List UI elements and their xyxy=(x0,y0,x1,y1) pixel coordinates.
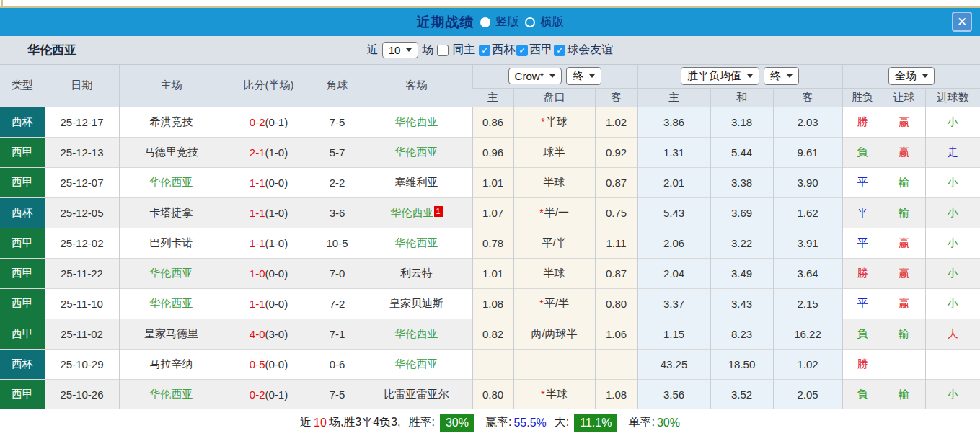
handicap-result: 赢 xyxy=(883,137,925,167)
radio-horizontal-layout[interactable] xyxy=(525,17,535,27)
competition-filters: ✓西杯✓西甲✓球会友谊 xyxy=(479,43,613,58)
away-team[interactable]: 比雷亚雷亚尔 xyxy=(361,379,472,409)
goals-result xyxy=(925,349,980,379)
corner-count: 0-6 xyxy=(314,349,361,379)
match-count-select[interactable]: 10 xyxy=(382,42,419,58)
odds-home xyxy=(472,349,513,379)
handicap-line: 球半 xyxy=(513,137,595,167)
filter-bar: 华伦西亚 近 10 场 同主 ✓西杯✓西甲✓球会友谊 xyxy=(0,36,980,65)
radio-horizontal-label[interactable]: 横版 xyxy=(541,14,564,30)
odds-away xyxy=(595,349,637,379)
handicap-line: *半球 xyxy=(513,107,595,137)
away-team[interactable]: 华伦西亚 xyxy=(361,107,472,137)
away-team[interactable]: 塞维利亚 xyxy=(361,167,472,197)
avg-away-odds: 3.64 xyxy=(773,258,842,288)
period-select[interactable]: 全场 xyxy=(888,67,935,85)
filter-checkbox-球会友谊[interactable]: ✓ xyxy=(554,45,565,56)
outcome-result: 負 xyxy=(842,319,883,349)
avg-home-odds: 43.25 xyxy=(637,349,710,379)
match-type-badge: 西甲 xyxy=(0,319,45,349)
match-type-badge: 西甲 xyxy=(0,167,45,197)
subcol-odds-away: 客 xyxy=(595,88,637,107)
corner-count: 5-7 xyxy=(314,137,361,167)
filter-checkbox-西甲[interactable]: ✓ xyxy=(516,45,528,56)
home-team[interactable]: 希洪竞技 xyxy=(119,107,224,137)
corner-count: 7-5 xyxy=(314,107,361,137)
avg-home-odds: 3.56 xyxy=(637,379,710,409)
away-team[interactable]: 利云特 xyxy=(361,258,472,288)
away-team[interactable]: 华伦西亚 xyxy=(361,349,472,379)
home-team[interactable]: 皇家马德里 xyxy=(119,319,224,349)
outcome-result: 勝 xyxy=(842,107,883,137)
filter-checkbox-西杯[interactable]: ✓ xyxy=(479,45,490,56)
match-date: 25-12-05 xyxy=(45,197,119,228)
odds-time-select[interactable]: 终 xyxy=(566,67,601,85)
big-label: 大: xyxy=(555,415,569,430)
avg-draw-odds: 3.52 xyxy=(710,379,773,409)
chevron-down-icon xyxy=(549,74,555,78)
corner-count: 2-2 xyxy=(314,167,361,197)
handicap-line: *半/一 xyxy=(513,197,595,228)
avg-group-header: 胜平负均值 终 xyxy=(637,65,842,88)
match-score: 1-0(0-0) xyxy=(224,258,314,288)
corner-count: 7-0 xyxy=(314,258,361,288)
corner-count: 10-5 xyxy=(314,228,361,258)
home-team[interactable]: 华伦西亚 xyxy=(119,379,224,409)
handicap-result: 輸 xyxy=(883,379,925,409)
radio-vertical-layout[interactable] xyxy=(480,17,490,27)
home-team[interactable]: 华伦西亚 xyxy=(119,167,224,197)
col-header-away: 客场 xyxy=(361,65,472,107)
home-team[interactable]: 巴列卡诺 xyxy=(119,228,224,258)
avg-away-odds: 16.22 xyxy=(773,319,842,349)
summary-near: 近 xyxy=(300,415,312,430)
outcome-result: 平 xyxy=(842,228,883,258)
corner-count: 7-5 xyxy=(314,379,361,409)
away-team[interactable]: 华伦西亚 xyxy=(361,137,472,167)
summary-record: 场,胜3平4负3, xyxy=(329,415,401,430)
avg-draw-odds: 18.50 xyxy=(710,349,773,379)
radio-vertical-label[interactable]: 竖版 xyxy=(496,14,519,30)
home-team[interactable]: 华伦西亚 xyxy=(119,288,224,319)
single-rate-value: 30% xyxy=(657,417,680,430)
filter-label[interactable]: 西甲 xyxy=(529,43,552,58)
handicap-result xyxy=(883,349,925,379)
corner-count: 3-6 xyxy=(314,197,361,228)
odds-away: 1.02 xyxy=(595,107,637,137)
handicap-line xyxy=(513,349,595,379)
bookmaker-select[interactable]: Crow* xyxy=(508,68,562,84)
avg-type-select[interactable]: 胜平负均值 xyxy=(681,67,759,85)
table-row: 西杯25-12-17希洪竞技0-2(0-1)7-5华伦西亚0.86*半球1.02… xyxy=(0,107,980,137)
avg-type-select-value: 胜平负均值 xyxy=(687,69,741,83)
avg-draw-odds: 3.43 xyxy=(710,288,773,319)
outcome-result: 勝 xyxy=(842,258,883,288)
home-team[interactable]: 卡塔捷拿 xyxy=(119,197,224,228)
away-team[interactable]: 华伦西亚 xyxy=(361,319,472,349)
avg-time-select[interactable]: 终 xyxy=(764,67,799,85)
away-team[interactable]: 皇家贝迪斯 xyxy=(361,288,472,319)
match-type-badge: 西甲 xyxy=(0,228,45,258)
home-team[interactable]: 马拉辛纳 xyxy=(119,349,224,379)
close-button[interactable]: ✕ xyxy=(952,12,972,32)
chevron-down-icon xyxy=(922,74,928,78)
odds-away: 0.92 xyxy=(595,137,637,167)
match-date: 25-11-10 xyxy=(45,288,119,319)
away-team[interactable]: 华伦西亚 xyxy=(361,228,472,258)
outcome-result: 負 xyxy=(842,137,883,167)
filter-controls: 近 10 场 同主 ✓西杯✓西甲✓球会友谊 xyxy=(367,42,614,58)
filter-label[interactable]: 西杯 xyxy=(492,43,515,58)
same-home-label[interactable]: 同主 xyxy=(452,43,475,58)
col-header-score: 比分(半场) xyxy=(224,65,314,107)
match-type-badge: 西杯 xyxy=(0,107,45,137)
col-header-home: 主场 xyxy=(119,65,224,107)
corner-count: 7-1 xyxy=(314,319,361,349)
outcome-result: 平 xyxy=(842,288,883,319)
home-team[interactable]: 华伦西亚 xyxy=(119,258,224,288)
handicap-result: 輸 xyxy=(883,319,925,349)
home-team[interactable]: 马德里竞技 xyxy=(119,137,224,167)
filter-label[interactable]: 球会友谊 xyxy=(567,43,613,58)
close-icon: ✕ xyxy=(957,16,967,28)
handicap-line: 半球 xyxy=(513,167,595,197)
same-home-checkbox[interactable] xyxy=(437,45,449,56)
odds-home: 0.82 xyxy=(472,319,513,349)
away-team[interactable]: 华伦西亚1 xyxy=(361,197,472,228)
